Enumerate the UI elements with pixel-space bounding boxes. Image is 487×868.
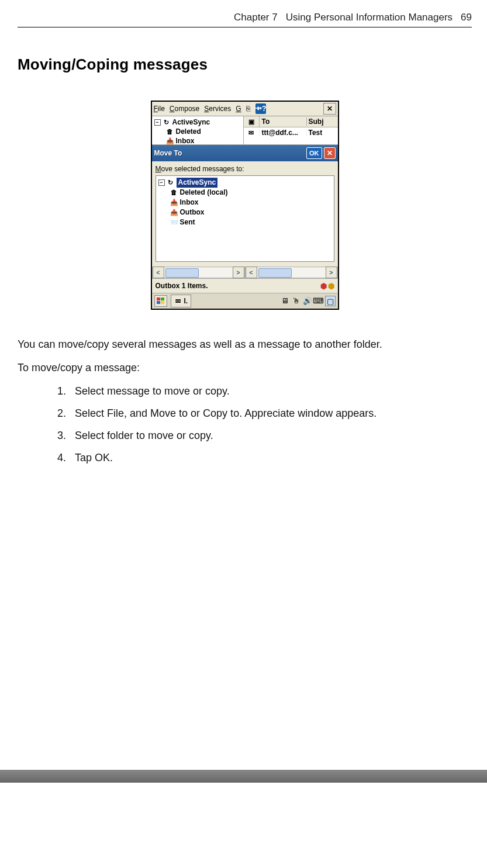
menu-extra[interactable]: G	[236, 105, 241, 113]
collapse-icon[interactable]: −	[154, 119, 161, 126]
sync-icon: ↻	[167, 179, 175, 186]
hscroll-left[interactable]: < >	[152, 267, 245, 278]
dest-sent[interactable]: Sent	[180, 217, 195, 227]
start-icon[interactable]	[154, 295, 167, 307]
list-item: Select message to move or copy.	[69, 383, 472, 399]
scroll-thumb[interactable]	[165, 268, 199, 278]
col-subject[interactable]: Subj	[307, 117, 338, 126]
sync-icon: ↻	[163, 119, 171, 126]
dest-deleted[interactable]: Deleted (local)	[180, 188, 228, 198]
header-divider	[18, 27, 472, 27]
destination-tree: − ↻ ActiveSync 🗑 Deleted (local) 📥 Inbox…	[156, 175, 334, 262]
inbox-icon: 📥	[166, 137, 174, 144]
status-bar: Outbox 1 Items. ⬢ ⬢	[152, 278, 338, 293]
page-header: Chapter 7 Using Personal Information Man…	[18, 12, 472, 23]
svg-rect-0	[157, 298, 160, 300]
ok-button[interactable]: OK	[306, 147, 322, 159]
list-item: Select folder to move or copy.	[69, 428, 472, 443]
steps-list: Select message to move or copy. Select F…	[18, 383, 472, 465]
dialog-body: Move selected messages to: − ↻ ActiveSyn…	[152, 161, 338, 267]
svg-rect-2	[157, 301, 160, 304]
tree-inbox[interactable]: Inbox	[176, 136, 195, 146]
page-footer-band	[0, 770, 487, 783]
status-text: Outbox 1 Items.	[156, 282, 208, 290]
tray-icon[interactable]: 🖥	[281, 296, 290, 305]
svg-rect-3	[161, 301, 164, 304]
dialog-title: Move To	[154, 149, 182, 157]
dest-outbox[interactable]: Outbox	[180, 208, 205, 217]
page-number: 69	[461, 12, 472, 23]
list-item: Select File, and Move to or Copy to. App…	[69, 406, 472, 421]
chapter-label: Chapter 7	[234, 12, 278, 23]
toolbar-icon[interactable]: ⎘	[243, 103, 254, 114]
trash-icon: 🗑	[166, 128, 174, 135]
tray-icon[interactable]: 🖱	[292, 296, 301, 305]
scrollbars: < > < >	[152, 267, 338, 278]
dest-activesync[interactable]: ActiveSync	[177, 178, 218, 188]
taskbar: ✉ I. 🖥 🖱 🔊 ⌨ ▢	[152, 293, 338, 309]
hscroll-right[interactable]: < >	[245, 267, 338, 278]
dialog-close-icon[interactable]: ✕	[324, 147, 336, 159]
tree-activesync[interactable]: ActiveSync	[172, 117, 210, 127]
menu-file[interactable]: File	[154, 105, 165, 113]
scroll-left-icon[interactable]: <	[246, 267, 257, 278]
status-icon: ⬢	[320, 282, 327, 291]
sent-icon: 📨	[170, 219, 178, 226]
dialog-label: Move selected messages to:	[156, 164, 334, 175]
paragraph: To move/copy a message:	[18, 360, 472, 375]
menu-compose[interactable]: Compose	[170, 105, 199, 113]
taskbar-label: I.	[184, 297, 188, 305]
mail-icon: ✉	[174, 298, 182, 305]
taskbar-app[interactable]: ✉ I.	[171, 295, 192, 307]
scroll-right-icon[interactable]: >	[233, 267, 244, 278]
msg-to: ttt@ddf.c...	[260, 129, 307, 137]
dest-inbox[interactable]: Inbox	[180, 198, 199, 208]
chapter-title: Using Personal Information Managers	[286, 12, 453, 23]
body-text: You can move/copy several messages as we…	[18, 337, 472, 466]
section-heading: Moving/Coping messages	[18, 56, 472, 74]
inbox-icon: 📥	[170, 199, 178, 206]
flag-icon: ▣	[247, 118, 255, 125]
scroll-thumb[interactable]	[258, 268, 292, 278]
message-row[interactable]: ✉ ttt@ddf.c... Test	[244, 127, 338, 138]
close-icon[interactable]: ✕	[323, 103, 336, 115]
tree-deleted[interactable]: Deleted	[176, 127, 201, 136]
embedded-screenshot: File Compose Services G ⎘ ⭼? ✕ − ↻ Activ…	[151, 101, 339, 310]
tray-icon[interactable]: 🔊	[303, 296, 312, 305]
trash-icon: 🗑	[170, 189, 178, 196]
status-icon: ⬢	[328, 282, 334, 291]
desktop-icon[interactable]: ▢	[325, 296, 336, 306]
keyboard-icon[interactable]: ⌨	[314, 296, 323, 305]
scroll-left-icon[interactable]: <	[153, 267, 164, 278]
collapse-icon[interactable]: −	[158, 179, 165, 186]
menu-bar: File Compose Services G ⎘ ⭼? ✕	[152, 102, 338, 116]
col-to[interactable]: To	[260, 117, 307, 126]
outbox-icon: 📤	[170, 209, 178, 216]
folder-tree: − ↻ ActiveSync 🗑 Deleted 📥 Inbox	[152, 116, 244, 144]
scroll-right-icon[interactable]: >	[326, 267, 337, 278]
msg-subject: Test	[307, 129, 338, 137]
svg-rect-1	[161, 298, 164, 300]
paragraph: You can move/copy several messages as we…	[18, 337, 472, 352]
message-list: ▣ To Subj ✉ ttt@ddf.c... Test	[244, 116, 338, 144]
help-icon[interactable]: ⭼?	[255, 103, 266, 114]
menu-services[interactable]: Services	[204, 105, 231, 113]
list-item: Tap OK.	[69, 450, 472, 465]
dialog-titlebar: Move To OK ✕	[152, 145, 338, 161]
mail-icon: ✉	[247, 129, 255, 136]
